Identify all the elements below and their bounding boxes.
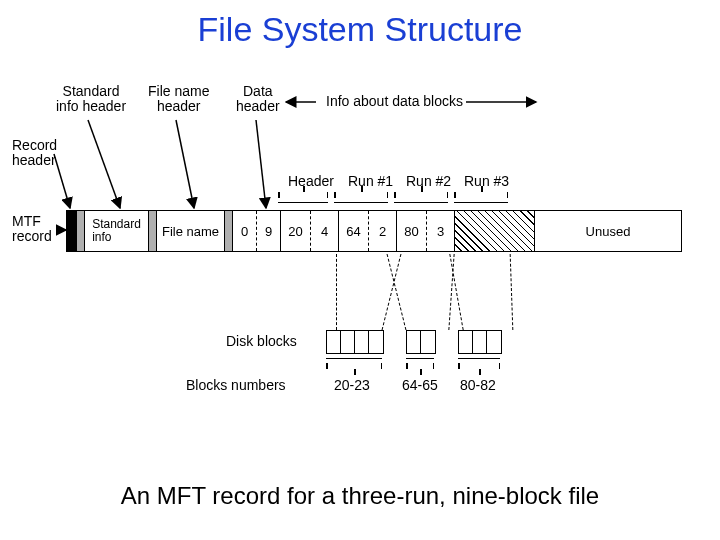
seg-run3-b: 3 [427, 211, 455, 251]
brace-range-3 [458, 358, 500, 369]
seg-data-header [225, 211, 233, 251]
slide-title: File System Structure [0, 10, 720, 49]
mft-record-bar: Standardinfo File name 0 9 20 4 64 2 80 … [66, 210, 682, 252]
label-standard-info-header: Standardinfo header [56, 84, 126, 115]
brace-range-2 [406, 358, 434, 369]
disk-blocks-group-1 [326, 330, 384, 354]
brace-label-run2: Run #2 [406, 174, 451, 189]
range-3: 80-82 [460, 378, 496, 393]
range-1: 20-23 [334, 378, 370, 393]
label-data-header: Dataheader [236, 84, 280, 115]
seg-standard-info: Standardinfo [85, 211, 149, 251]
brace-run3 [454, 192, 508, 203]
label-disk-blocks: Disk blocks [226, 334, 297, 349]
svg-line-1 [88, 120, 120, 208]
seg-file-name-header [149, 211, 157, 251]
dash-r1-l [336, 254, 337, 330]
dash-r1-r [382, 254, 402, 330]
seg-unused: Unused [535, 211, 681, 251]
svg-line-3 [256, 120, 266, 208]
seg-run3-a: 80 [397, 211, 427, 251]
label-mtf-record: MTFrecord [12, 214, 52, 245]
seg-file-name: File name [157, 211, 225, 251]
brace-run2 [394, 192, 448, 203]
label-file-name-header: File nameheader [148, 84, 209, 115]
seg-std-info-header [77, 211, 85, 251]
slide-caption: An MFT record for a three-run, nine-bloc… [0, 482, 720, 510]
seg-run1-b: 4 [311, 211, 339, 251]
label-record-header: Recordheader [12, 138, 57, 169]
seg-header1: 9 [257, 211, 281, 251]
brace-range-1 [326, 358, 382, 369]
disk-blocks-group-3 [458, 330, 502, 354]
label-info-about-data-blocks: Info about data blocks [326, 94, 463, 109]
seg-run1-a: 20 [281, 211, 311, 251]
disk-blocks-group-2 [406, 330, 436, 354]
brace-run1 [334, 192, 388, 203]
brace-header [278, 192, 328, 203]
svg-line-2 [176, 120, 194, 208]
range-2: 64-65 [402, 378, 438, 393]
dash-r3-r [510, 254, 514, 330]
mft-diagram: Standardinfo header File nameheader Data… [26, 80, 696, 400]
brace-label-header: Header [288, 174, 334, 189]
label-blocks-numbers: Blocks numbers [186, 378, 286, 393]
brace-label-run1: Run #1 [348, 174, 393, 189]
seg-header0: 0 [233, 211, 257, 251]
seg-hatched [455, 211, 535, 251]
brace-label-run3: Run #3 [464, 174, 509, 189]
seg-run2-b: 2 [369, 211, 397, 251]
seg-run2-a: 64 [339, 211, 369, 251]
seg-record-header [67, 211, 77, 251]
